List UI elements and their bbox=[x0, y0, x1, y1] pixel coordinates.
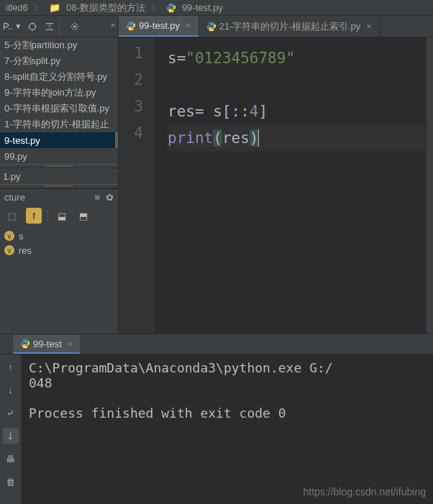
chevron-down-icon: ▼ bbox=[14, 22, 22, 30]
caret-icon bbox=[258, 129, 259, 147]
variable-icon: v bbox=[4, 245, 14, 255]
breadcrumb-folder[interactable]: 08-数据类型的方法 bbox=[66, 1, 145, 14]
structure-toolbar: ⬚ f ⬓ ⬒ bbox=[0, 206, 118, 226]
file-item[interactable]: 8-split自定义分割符号.py bbox=[0, 69, 118, 85]
scroll-end-icon[interactable]: ⤓ bbox=[3, 428, 19, 444]
python-file-icon bbox=[126, 21, 136, 31]
file-item[interactable]: 99.py bbox=[0, 148, 118, 164]
code-line-current[interactable]: print(res) bbox=[168, 124, 426, 151]
watermark: https://blog.csdn.net/ifubing bbox=[304, 486, 426, 498]
tab-label: 99-test.py bbox=[139, 20, 180, 31]
structure-items: vs vres bbox=[0, 226, 118, 260]
project-panel-toolbar: P.. ▼ » bbox=[0, 16, 119, 37]
sort-icon[interactable]: ≡ bbox=[94, 192, 100, 203]
file-list-2: 1.py bbox=[0, 168, 118, 184]
gear-icon[interactable] bbox=[70, 22, 80, 32]
target-icon[interactable] bbox=[27, 22, 37, 32]
file-list: 5-分割partition.py 7-分割split.py 8-split自定义… bbox=[0, 37, 118, 164]
overflow-icon[interactable]: » bbox=[111, 20, 115, 29]
line-gutter: 1 2 3 4 bbox=[119, 37, 155, 334]
code-area[interactable]: s = "0123456789" res = s[::4] print(res) bbox=[155, 37, 426, 334]
code-editor[interactable]: 1 2 3 4 s = "0123456789" res = s[::4] pr… bbox=[119, 37, 433, 334]
variable-icon: v bbox=[4, 231, 14, 241]
console-gutter: ↑ ↓ ⤶ ⤓ 🖶 🗑 bbox=[0, 354, 22, 504]
console-tabs: 99-test × bbox=[0, 334, 433, 354]
separator bbox=[59, 20, 60, 33]
code-line[interactable]: s = "0123456789" bbox=[168, 45, 426, 71]
python-file-icon bbox=[166, 3, 176, 13]
down-arrow-icon[interactable]: ↓ bbox=[3, 382, 19, 398]
close-icon[interactable]: × bbox=[366, 21, 372, 32]
console-tab-label: 99-test bbox=[33, 339, 62, 349]
structure-title: cture bbox=[4, 192, 25, 203]
soft-wrap-icon[interactable]: ⤶ bbox=[3, 405, 19, 421]
folder-icon: 📁 bbox=[49, 2, 60, 13]
file-item[interactable]: 1.py bbox=[0, 168, 118, 184]
file-item[interactable]: 5-分割partition.py bbox=[0, 37, 118, 53]
struct-btn[interactable]: ⬚ bbox=[4, 208, 20, 224]
breadcrumb: itled6 〉 📁 08-数据类型的方法 〉 99-test.py bbox=[0, 0, 433, 16]
structure-item[interactable]: vs bbox=[4, 229, 114, 243]
trash-icon[interactable]: 🗑 bbox=[3, 474, 19, 490]
editor-tabs: 99-test.py × 21-字符串的切片-根据起止索引.py × bbox=[119, 16, 433, 37]
up-arrow-icon[interactable]: ↑ bbox=[3, 359, 19, 375]
chevron-right-icon: 〉 bbox=[34, 1, 43, 14]
tab-label: 21-字符串的切片-根据起止索引.py bbox=[219, 20, 360, 33]
close-icon[interactable]: × bbox=[186, 20, 191, 31]
project-selector[interactable]: P.. ▼ bbox=[0, 21, 22, 32]
struct-btn[interactable]: ⬒ bbox=[76, 208, 91, 224]
code-line[interactable]: res = s[::4] bbox=[168, 98, 426, 124]
file-item[interactable]: 9-字符串的join方法.py bbox=[0, 85, 118, 101]
print-icon[interactable]: 🖶 bbox=[3, 451, 19, 467]
console-output[interactable]: C:\ProgramData\Anaconda3\python.exe G:/ … bbox=[22, 354, 433, 504]
breadcrumb-file[interactable]: 99-test.py bbox=[182, 2, 223, 13]
collapse-icon[interactable] bbox=[45, 22, 55, 32]
file-item[interactable]: 0-字符串根据索引取值.py bbox=[0, 101, 118, 116]
console-tab[interactable]: 99-test × bbox=[13, 335, 80, 354]
file-item[interactable]: 1-字符串的切片-根据起止 bbox=[0, 116, 118, 132]
tab-21-slice[interactable]: 21-字符串的切片-根据起止索引.py × bbox=[199, 16, 380, 37]
struct-btn[interactable]: ⬓ bbox=[54, 208, 70, 224]
structure-header: cture ≡ ✿ bbox=[0, 188, 118, 206]
editor-scrollbar[interactable] bbox=[426, 37, 433, 334]
code-line[interactable] bbox=[168, 71, 426, 98]
struct-btn-active[interactable]: f bbox=[26, 208, 42, 224]
separator bbox=[47, 210, 48, 221]
tab-99-test[interactable]: 99-test.py × bbox=[119, 16, 199, 37]
structure-item[interactable]: vres bbox=[4, 243, 114, 257]
breadcrumb-project[interactable]: itled6 bbox=[6, 2, 28, 13]
console-body: ↑ ↓ ⤶ ⤓ 🖶 🗑 C:\ProgramData\Anaconda3\pyt… bbox=[0, 354, 433, 504]
file-item-selected[interactable]: 9-test.py bbox=[0, 132, 118, 148]
python-file-icon bbox=[206, 22, 216, 32]
toolbar: P.. ▼ » 99-test.py × 21-字符串的切片-根据起止索引.py… bbox=[0, 16, 433, 37]
project-sidebar: 5-分割partition.py 7-分割split.py 8-split自定义… bbox=[0, 37, 119, 334]
python-file-icon bbox=[20, 339, 30, 349]
chevron-right-icon: 〉 bbox=[151, 1, 160, 14]
svg-point-0 bbox=[29, 23, 36, 29]
svg-point-1 bbox=[73, 25, 76, 28]
run-console: 99-test × ↑ ↓ ⤶ ⤓ 🖶 🗑 C:\ProgramData\Ana… bbox=[0, 334, 433, 504]
gear-icon[interactable]: ✿ bbox=[106, 192, 114, 203]
close-icon[interactable]: × bbox=[68, 339, 73, 349]
file-item[interactable]: 7-分割split.py bbox=[0, 53, 118, 69]
main-area: 5-分割partition.py 7-分割split.py 8-split自定义… bbox=[0, 37, 433, 334]
